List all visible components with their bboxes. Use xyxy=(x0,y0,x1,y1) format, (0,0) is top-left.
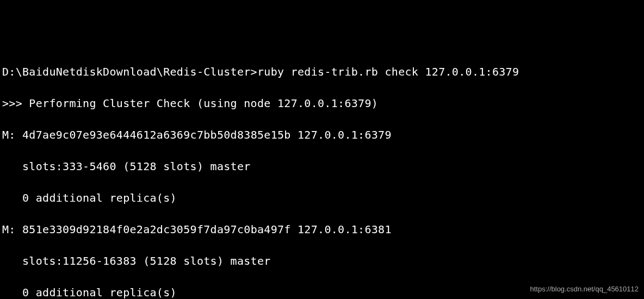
node-prefix: M: xyxy=(2,223,16,236)
node-prefix: M: xyxy=(2,128,16,141)
node-slots-line: slots:333-5460 (5128 slots) master xyxy=(2,159,642,175)
node-replicas-line: 0 additional replica(s) xyxy=(2,190,642,206)
node-id: 851e3309d92184f0e2a2dc3059f7da97c0ba497f xyxy=(22,223,291,236)
command-text: ruby redis-trib.rb check 127.0.0.1:6379 xyxy=(257,65,519,78)
node-slots-line: slots:11256-16383 (5128 slots) master xyxy=(2,253,642,269)
node-id: 4d7ae9c07e93e6444612a6369c7bb50d8385e15b xyxy=(22,128,291,141)
command-prompt-line: D:\BaiduNetdiskDownload\Redis-Cluster>ru… xyxy=(2,64,642,80)
prompt-path: D:\BaiduNetdiskDownload\Redis-Cluster> xyxy=(2,65,257,78)
node-addr: 127.0.0.1:6381 xyxy=(298,223,392,236)
watermark-text: https://blog.csdn.net/qq_45610112 xyxy=(530,284,639,295)
node-header-line: M: 4d7ae9c07e93e6444612a6369c7bb50d8385e… xyxy=(2,127,642,143)
performing-check-line: >>> Performing Cluster Check (using node… xyxy=(2,96,642,111)
node-header-line: M: 851e3309d92184f0e2a2dc3059f7da97c0ba4… xyxy=(2,222,642,238)
node-addr: 127.0.0.1:6379 xyxy=(298,128,392,141)
